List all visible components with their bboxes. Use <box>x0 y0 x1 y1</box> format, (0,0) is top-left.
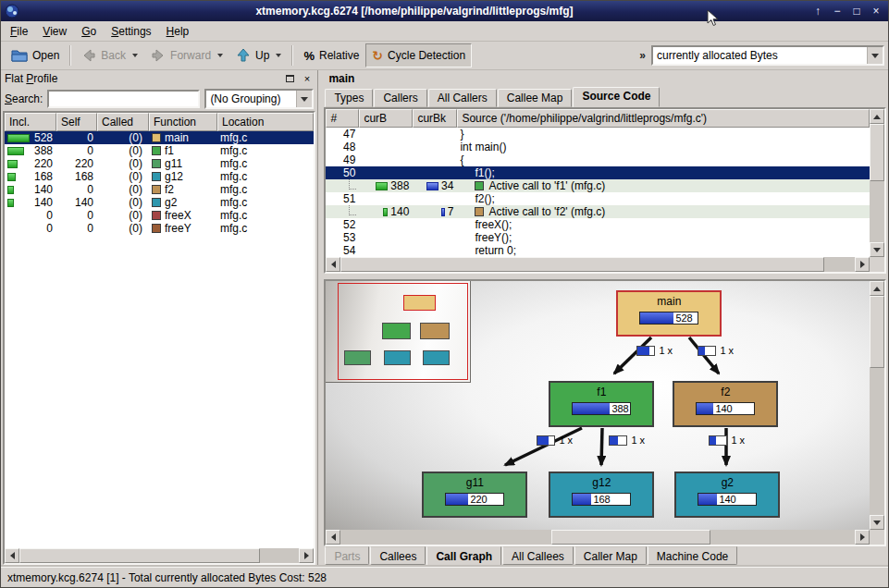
source-line-selected[interactable]: 50 f1(); <box>326 166 870 179</box>
graph-node-g12[interactable]: g12 168 <box>549 472 654 518</box>
horizontal-scrollbar[interactable] <box>326 530 870 545</box>
scrollbar-thumb[interactable] <box>870 124 884 181</box>
forward-button[interactable]: Forward <box>144 43 229 67</box>
column-header-curbk[interactable]: curBk <box>413 109 457 128</box>
toolbar-overflow-button[interactable]: » <box>634 49 651 62</box>
table-row-f1[interactable]: 388 0 (0) f1 mfg.c <box>5 144 314 157</box>
search-input[interactable] <box>47 90 200 108</box>
tab-callees[interactable]: Callees <box>370 546 426 565</box>
open-button[interactable]: Open <box>5 43 66 67</box>
tab-all-callees[interactable]: All Callees <box>502 546 574 565</box>
scrollbar-track[interactable] <box>870 296 884 515</box>
scrollbar-track[interactable] <box>19 548 299 563</box>
source-line[interactable]: 53 freeY(); <box>326 231 870 244</box>
vertical-scrollbar[interactable] <box>870 109 884 257</box>
table-row-main[interactable]: 528 0 (0) main mfg.c <box>5 131 314 144</box>
scroll-down-button[interactable] <box>870 515 884 530</box>
column-header-line[interactable]: # <box>326 109 359 128</box>
tab-all-callers[interactable]: All Callers <box>428 89 497 107</box>
source-line[interactable]: 54 return 0; <box>326 244 870 257</box>
table-row-f2[interactable]: 140 0 (0) f2 mfg.c <box>5 183 314 196</box>
tab-callers[interactable]: Callers <box>374 89 426 107</box>
scroll-left-button[interactable] <box>326 257 340 272</box>
graph-node-g2[interactable]: g2 140 <box>674 472 780 518</box>
source-call-row[interactable]: 388 34 Active call to 'f1' (mfg.c) <box>326 179 870 192</box>
table-row-g2[interactable]: 140 140 (0) g2 mfg.c <box>5 196 314 209</box>
dock-close-button[interactable]: × <box>300 72 314 85</box>
menu-file[interactable]: File <box>3 21 35 41</box>
scrollbar-track[interactable] <box>870 124 884 242</box>
source-line[interactable]: 51 f2(); <box>326 192 870 205</box>
combo-dropdown-button[interactable] <box>867 47 883 64</box>
scrollbar-track[interactable] <box>340 530 855 545</box>
graph-node-f2[interactable]: f2 140 <box>673 381 778 427</box>
tab-callee-map[interactable]: Callee Map <box>498 89 573 107</box>
scroll-down-button[interactable] <box>870 242 884 257</box>
back-button[interactable]: Back <box>75 43 144 67</box>
graph-node-g11[interactable]: g11 220 <box>422 472 527 518</box>
scrollbar-thumb[interactable] <box>870 296 884 368</box>
scroll-right-button[interactable] <box>855 530 870 545</box>
tab-types[interactable]: Types <box>325 89 373 107</box>
horizontal-scrollbar[interactable] <box>5 548 314 563</box>
graph-node-f1[interactable]: f1 388 <box>549 381 654 427</box>
source-line[interactable]: 48 int main() <box>326 141 870 153</box>
column-header-location[interactable]: Location <box>217 113 314 131</box>
close-button[interactable]: × <box>868 3 884 19</box>
source-line[interactable]: 49 { <box>326 153 870 166</box>
scroll-left-button[interactable] <box>326 530 340 545</box>
source-line[interactable]: 52 freeX(); <box>326 218 870 231</box>
forward-dropdown-icon[interactable] <box>217 54 223 57</box>
relative-toggle-button[interactable]: % Relative <box>297 43 365 67</box>
maximize-button[interactable]: □ <box>848 3 865 19</box>
tab-call-graph[interactable]: Call Graph <box>426 546 501 567</box>
minimize-button[interactable]: − <box>829 3 846 19</box>
menu-go[interactable]: Go <box>74 21 104 41</box>
graph-node-main[interactable]: main 528 <box>616 290 722 337</box>
column-header-source[interactable]: Source ('/home/philippe/valgrind/littlep… <box>457 109 870 128</box>
scroll-right-button[interactable] <box>299 548 314 563</box>
menu-view[interactable]: View <box>35 21 74 41</box>
source-line[interactable]: 47 } <box>326 128 870 141</box>
up-button[interactable]: Up <box>229 43 288 67</box>
table-row-g11[interactable]: 220 220 (0) g11 mfg.c <box>5 157 314 170</box>
cycle-arrow-icon: ↻ <box>372 49 383 62</box>
horizontal-scrollbar[interactable] <box>326 257 870 272</box>
grouping-combobox[interactable]: (No Grouping) <box>204 89 314 109</box>
scroll-right-button[interactable] <box>855 257 870 272</box>
scrollbar-thumb[interactable] <box>340 257 823 272</box>
table-row-g12[interactable]: 168 168 (0) g12 mfg.c <box>5 170 314 183</box>
scroll-left-button[interactable] <box>5 548 19 563</box>
tab-machine-code[interactable]: Machine Code <box>648 546 737 565</box>
column-header-incl[interactable]: Incl. <box>5 113 56 131</box>
event-type-combobox[interactable]: currently allocated Bytes <box>651 45 884 66</box>
scrollbar-track[interactable] <box>340 257 855 272</box>
tab-parts[interactable]: Parts <box>325 546 369 565</box>
cycle-detection-toggle-button[interactable]: ↻ Cycle Detection <box>365 43 472 67</box>
vertical-scrollbar[interactable] <box>870 281 884 530</box>
menu-help[interactable]: Help <box>159 21 197 41</box>
tab-caller-map[interactable]: Caller Map <box>574 546 647 565</box>
function-color-icon <box>152 211 161 220</box>
scroll-up-button[interactable] <box>870 109 884 124</box>
back-dropdown-icon[interactable] <box>132 54 138 57</box>
source-call-row[interactable]: 140 7 Active call to 'f2' (mfg.c) <box>326 205 870 218</box>
combo-dropdown-button[interactable] <box>296 91 312 107</box>
scrollbar-thumb[interactable] <box>551 530 710 545</box>
menu-settings[interactable]: Settings <box>104 21 158 41</box>
scrollbar-thumb[interactable] <box>19 548 260 563</box>
column-header-curb[interactable]: curB <box>359 109 413 128</box>
call-graph-canvas[interactable]: main 528 f1 388 f2 140 g11 <box>326 281 870 530</box>
column-header-called[interactable]: Called <box>97 113 149 131</box>
table-row-freeX[interactable]: 0 0 (0) freeX mfg.c <box>5 209 314 222</box>
table-row-freeY[interactable]: 0 0 (0) freeY mfg.c <box>5 222 314 235</box>
column-header-self[interactable]: Self <box>56 113 97 131</box>
graph-birdseye-overview[interactable] <box>326 281 471 383</box>
column-header-function[interactable]: Function <box>149 113 217 131</box>
scroll-up-button[interactable] <box>870 281 884 296</box>
shade-button[interactable]: ↑ <box>809 3 826 19</box>
titlebar[interactable]: xtmemory.kcg.6274 [/home/philippe/valgri… <box>1 1 888 21</box>
tab-source-code[interactable]: Source Code <box>573 87 660 107</box>
dock-float-button[interactable] <box>283 72 297 85</box>
up-dropdown-icon[interactable] <box>276 54 281 57</box>
